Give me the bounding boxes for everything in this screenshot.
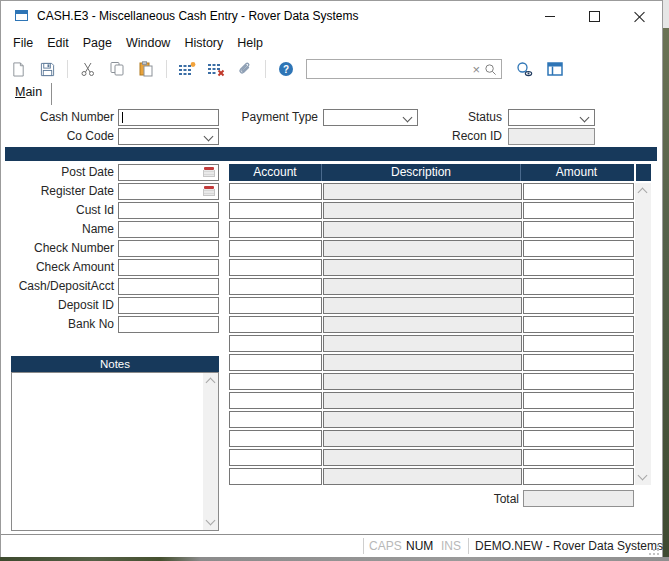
amount-cell[interactable]	[523, 183, 634, 200]
amount-cell[interactable]	[523, 259, 634, 276]
amount-cell[interactable]	[523, 392, 634, 409]
amount-cell[interactable]	[523, 449, 634, 466]
insert-row-icon[interactable]	[178, 61, 196, 78]
amount-cell[interactable]	[523, 430, 634, 447]
account-cell[interactable]	[229, 297, 322, 314]
amount-cell[interactable]	[523, 240, 634, 257]
description-cell	[323, 373, 522, 390]
amount-cell[interactable]	[523, 335, 634, 352]
account-cell[interactable]	[229, 373, 322, 390]
account-cell[interactable]	[229, 183, 322, 200]
grid-header: Account Description Amount	[229, 164, 634, 181]
grid-scrollbar[interactable]	[635, 183, 651, 485]
window-layout-icon[interactable]	[546, 61, 564, 78]
menu-help[interactable]: Help	[230, 31, 270, 55]
resize-grip[interactable]	[648, 544, 660, 556]
desktop-background	[663, 28, 669, 557]
description-cell	[323, 278, 522, 295]
calendar-icon[interactable]	[203, 186, 215, 197]
toolbar-separator	[265, 60, 266, 78]
search-clear-icon[interactable]: ×	[468, 63, 484, 76]
grid-header-stub	[636, 164, 651, 181]
cut-icon[interactable]	[79, 61, 97, 78]
amount-cell[interactable]	[523, 316, 634, 333]
description-cell	[323, 449, 522, 466]
cash-depositacct-field[interactable]	[118, 278, 219, 295]
delete-row-icon[interactable]	[207, 61, 225, 78]
account-cell[interactable]	[229, 392, 322, 409]
account-cell[interactable]	[229, 468, 322, 485]
scroll-up-icon[interactable]	[206, 378, 216, 388]
account-cell[interactable]	[229, 430, 322, 447]
search-icon[interactable]	[484, 63, 497, 76]
scroll-down-icon[interactable]	[206, 516, 216, 526]
deposit-id-field[interactable]	[118, 297, 219, 314]
toolbar-separator	[67, 60, 68, 78]
menu-edit[interactable]: Edit	[40, 31, 76, 55]
status-bar: CAPS NUM INS DEMO.NEW - Rover Data Syste…	[1, 534, 662, 558]
amount-cell[interactable]	[523, 373, 634, 390]
column-header-description: Description	[322, 164, 521, 181]
co-code-select[interactable]	[118, 128, 219, 145]
description-cell	[323, 354, 522, 371]
copy-icon[interactable]	[108, 61, 126, 78]
description-cell	[323, 240, 522, 257]
check-amount-label: Check Amount	[1, 259, 114, 276]
cust-id-field[interactable]	[118, 202, 219, 219]
amount-cell[interactable]	[523, 297, 634, 314]
account-cell[interactable]	[229, 354, 322, 371]
amount-cell[interactable]	[523, 221, 634, 238]
account-cell[interactable]	[229, 335, 322, 352]
minimize-button[interactable]	[527, 1, 572, 31]
record-lookup-icon[interactable]	[513, 61, 535, 78]
status-select[interactable]	[508, 109, 595, 126]
num-indicator: NUM	[406, 535, 433, 557]
account-cell[interactable]	[229, 202, 322, 219]
account-cell[interactable]	[229, 278, 322, 295]
check-number-label: Check Number	[1, 240, 114, 257]
notes-scrollbar[interactable]	[203, 373, 218, 530]
close-button[interactable]	[617, 1, 662, 31]
toolbar-separator	[166, 60, 167, 78]
tab-main[interactable]: Main	[15, 85, 42, 99]
menu-page[interactable]: Page	[76, 31, 119, 55]
paste-icon[interactable]	[137, 61, 155, 78]
tab-divider	[51, 83, 52, 105]
amount-cell[interactable]	[523, 278, 634, 295]
scroll-up-icon[interactable]	[638, 188, 648, 198]
name-field[interactable]	[118, 221, 219, 238]
search-input[interactable]	[311, 61, 468, 77]
menu-history[interactable]: History	[177, 31, 230, 55]
description-cell	[323, 221, 522, 238]
notes-textarea[interactable]	[11, 372, 219, 531]
account-cell[interactable]	[229, 449, 322, 466]
help-icon[interactable]: ?	[277, 61, 295, 78]
account-cell[interactable]	[229, 240, 322, 257]
account-cell[interactable]	[229, 316, 322, 333]
payment-type-select[interactable]	[323, 109, 418, 126]
check-amount-field[interactable]	[118, 259, 219, 276]
amount-cell[interactable]	[523, 202, 634, 219]
amount-cell[interactable]	[523, 354, 634, 371]
post-date-field[interactable]	[118, 164, 219, 181]
amount-cell[interactable]	[523, 468, 634, 485]
caps-indicator: CAPS	[369, 535, 402, 557]
menu-window[interactable]: Window	[119, 31, 177, 55]
account-cell[interactable]	[229, 411, 322, 428]
deposit-id-label: Deposit ID	[1, 297, 114, 314]
new-document-icon[interactable]	[9, 61, 27, 78]
maximize-button[interactable]	[572, 1, 617, 31]
bank-no-field[interactable]	[118, 316, 219, 333]
register-date-field[interactable]	[118, 183, 219, 200]
description-cell	[323, 411, 522, 428]
menu-file[interactable]: File	[6, 31, 40, 55]
amount-cell[interactable]	[523, 411, 634, 428]
check-number-field[interactable]	[118, 240, 219, 257]
attachment-icon[interactable]	[236, 61, 254, 78]
ins-indicator: INS	[441, 535, 461, 557]
account-cell[interactable]	[229, 259, 322, 276]
save-icon[interactable]	[38, 61, 56, 78]
scroll-down-icon[interactable]	[638, 471, 648, 481]
account-cell[interactable]	[229, 221, 322, 238]
calendar-icon[interactable]	[203, 167, 215, 178]
